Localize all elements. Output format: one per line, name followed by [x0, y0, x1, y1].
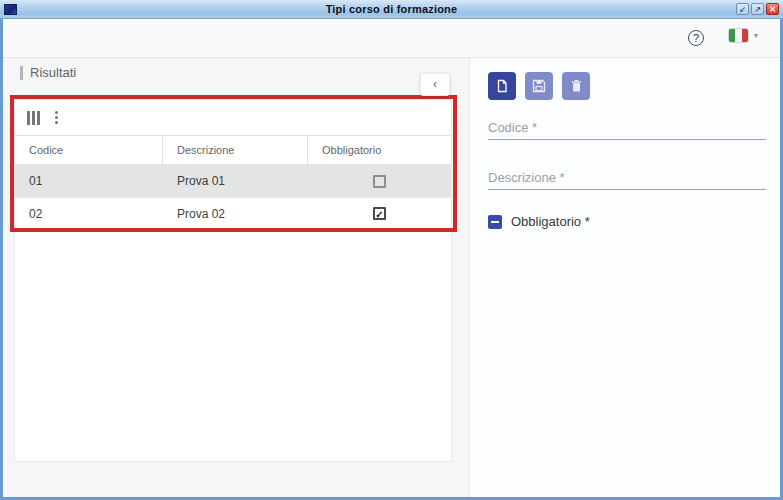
headerbar: ? ▾: [3, 19, 780, 58]
new-document-icon: [495, 79, 509, 93]
results-title: Risultati: [20, 65, 76, 80]
title-accent-bar: [20, 66, 23, 80]
cell-obbligatorio: [308, 175, 451, 188]
new-record-button[interactable]: [488, 72, 516, 100]
obbligatorio-checkbox[interactable]: [488, 215, 502, 229]
results-panel: Risultati ‹ Codice Descrizione Obbligato…: [3, 58, 469, 497]
detail-toolbar: [488, 72, 590, 100]
obbligatorio-field: Obbligatorio *: [488, 214, 590, 229]
cell-codice: 01: [15, 174, 163, 188]
trash-icon: [570, 79, 583, 93]
table-row[interactable]: 01 Prova 01: [15, 165, 451, 197]
language-selector[interactable]: ▾: [729, 29, 758, 42]
descrizione-field-label: Descrizione *: [488, 170, 565, 185]
codice-input[interactable]: [488, 139, 766, 140]
collapse-panel-button[interactable]: ‹: [420, 73, 450, 96]
save-icon: [532, 79, 546, 93]
window-controls: ↙ ↗ ✕: [736, 3, 779, 15]
results-card: Codice Descrizione Obbligatorio 01 Prova…: [14, 99, 452, 462]
checkbox-unchecked[interactable]: [373, 175, 386, 188]
table-header-row: Codice Descrizione Obbligatorio: [15, 135, 451, 165]
chevron-down-icon: ▾: [754, 31, 758, 40]
app-window: Tipi corso di formazione ↙ ↗ ✕ ? ▾ Risul…: [0, 0, 783, 500]
window-body: ? ▾ Risultati ‹: [0, 19, 783, 500]
results-title-label: Risultati: [30, 65, 76, 80]
obbligatorio-label: Obbligatorio *: [511, 214, 590, 229]
descrizione-input[interactable]: [488, 189, 766, 190]
checkbox-checked[interactable]: ✓: [373, 207, 386, 220]
grid-toolbar: [15, 100, 451, 135]
help-icon[interactable]: ?: [688, 30, 704, 46]
save-button[interactable]: [525, 72, 553, 100]
window-title: Tipi corso di formazione: [0, 3, 783, 15]
content: Risultati ‹ Codice Descrizione Obbligato…: [3, 58, 780, 497]
kebab-menu-icon[interactable]: [53, 109, 60, 126]
italian-flag-icon: [729, 29, 748, 42]
restore-down-button[interactable]: ↙: [736, 3, 749, 15]
cell-codice: 02: [15, 207, 163, 221]
table-row[interactable]: 02 Prova 02 ✓: [15, 197, 451, 229]
column-header-descrizione[interactable]: Descrizione: [163, 136, 308, 164]
column-header-codice[interactable]: Codice: [15, 136, 163, 164]
cell-obbligatorio: ✓: [308, 207, 451, 220]
column-chooser-icon[interactable]: [27, 111, 40, 125]
cell-descrizione: Prova 01: [163, 174, 308, 188]
codice-field-label: Codice *: [488, 120, 537, 135]
detail-panel: Codice * Descrizione * Obbligatorio *: [469, 58, 780, 497]
maximize-button[interactable]: ↗: [751, 3, 764, 15]
cell-descrizione: Prova 02: [163, 207, 308, 221]
close-button[interactable]: ✕: [766, 3, 779, 15]
delete-button[interactable]: [562, 72, 590, 100]
titlebar: Tipi corso di formazione ↙ ↗ ✕: [0, 0, 783, 19]
column-header-obbligatorio[interactable]: Obbligatorio: [308, 136, 451, 164]
